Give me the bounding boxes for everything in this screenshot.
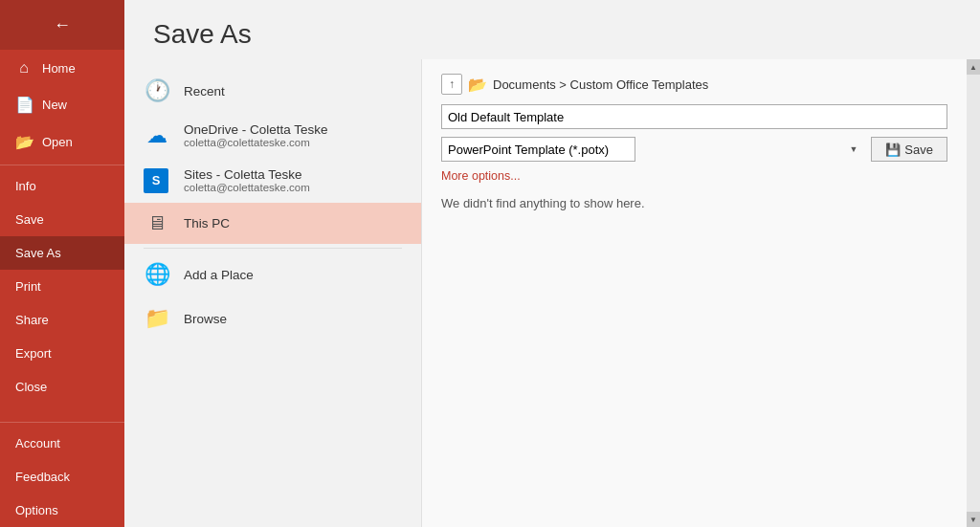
open-icon: 📂 [15,133,33,151]
location-item-add-place[interactable]: 🌐 Add a Place [124,253,421,296]
sidebar-item-save[interactable]: Save [0,203,124,236]
format-select-wrapper: PowerPoint Template (*.potx) PowerPoint … [441,137,865,162]
home-icon: ⌂ [15,59,33,77]
file-panel: ↑ 📂 Documents > Custom Office Templates … [421,59,967,527]
new-icon: 📄 [15,96,33,114]
sidebar-item-export[interactable]: Export [0,337,124,370]
location-add-place-name: Add a Place [184,268,402,282]
format-row: PowerPoint Template (*.potx) PowerPoint … [441,137,947,162]
scrollbar-down-button[interactable]: ▼ [967,512,980,527]
empty-message: We didn't find anything to show here. [441,196,947,210]
sidebar-item-home[interactable]: ⌂ Home [0,50,124,86]
globe-icon: 🌐 [144,262,170,287]
location-item-sites[interactable]: S Sites - Coletta Teske coletta@colettat… [124,158,421,203]
sidebar-item-options[interactable]: Options [0,494,124,527]
scrollbar: ▲ ▼ [967,59,980,527]
clock-icon: 🕐 [144,78,170,103]
back-button[interactable]: ← [0,0,124,50]
save-icon: 💾 [885,143,901,157]
sharepoint-icon: S [144,168,170,193]
location-onedrive-sub: coletta@colettateske.com [184,137,402,148]
location-item-recent[interactable]: 🕐 Recent [124,69,421,113]
location-divider [144,248,402,249]
save-button-label: Save [904,143,933,157]
format-select[interactable]: PowerPoint Template (*.potx) PowerPoint … [441,137,635,162]
sidebar-item-home-label: Home [42,61,76,76]
sidebar-item-share[interactable]: Share [0,303,124,337]
sidebar-item-info[interactable]: Info [0,169,124,203]
page-title: Save As [153,19,951,50]
sidebar-item-account[interactable]: Account [0,427,124,460]
sidebar-item-open[interactable]: 📂 Open [0,123,124,161]
content-area: 🕐 Recent OneDrive - Coletta Teske colett… [124,59,980,527]
location-item-onedrive[interactable]: OneDrive - Coletta Teske coletta@coletta… [124,113,421,158]
location-onedrive-name: OneDrive - Coletta Teske [184,122,402,137]
sidebar-item-open-label: Open [42,135,73,149]
breadcrumb-folder-icon: 📂 [468,76,487,94]
page-title-area: Save As [124,0,980,59]
filename-row [441,104,947,129]
save-button[interactable]: 💾 Save [871,137,947,162]
sidebar-item-new-label: New [42,98,67,112]
sidebar-item-feedback[interactable]: Feedback [0,460,124,494]
sidebar-item-print[interactable]: Print [0,270,124,303]
sidebar-item-save-as[interactable]: Save As [0,236,124,270]
locations-panel: 🕐 Recent OneDrive - Coletta Teske colett… [124,59,421,527]
breadcrumb-row: ↑ 📂 Documents > Custom Office Templates [441,74,947,95]
location-sites-sub: coletta@colettateske.com [184,182,402,193]
sidebar: ← ⌂ Home 📄 New 📂 Open Info Save Save As … [0,0,124,527]
cloud-icon [144,123,170,148]
location-browse-name: Browse [184,312,402,326]
pc-icon: 🖥 [144,212,170,234]
location-this-pc-name: This PC [184,216,402,231]
scrollbar-up-button[interactable]: ▲ [967,59,980,75]
location-recent-name: Recent [184,84,402,99]
location-sites-name: Sites - Coletta Teske [184,167,402,182]
breadcrumb-path: Documents > Custom Office Templates [493,77,708,92]
back-icon: ← [54,15,71,35]
filename-input[interactable] [441,104,947,129]
location-item-this-pc[interactable]: 🖥 This PC [124,203,421,244]
more-options-link[interactable]: More options... [441,169,947,183]
sidebar-item-new[interactable]: 📄 New [0,86,124,123]
sidebar-item-close[interactable]: Close [0,370,124,404]
breadcrumb-up-button[interactable]: ↑ [441,74,462,95]
main-content: Save As 🕐 Recent OneDrive - Coletta Tesk… [124,0,980,527]
location-item-browse[interactable]: 📁 Browse [124,296,421,340]
folder-icon: 📁 [144,306,170,331]
